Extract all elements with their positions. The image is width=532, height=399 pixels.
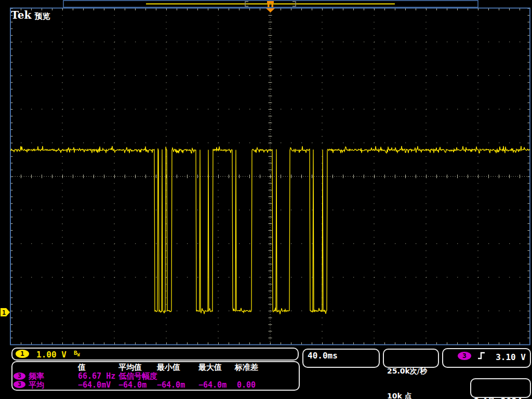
meas-row2-max: −64.0m [198,380,227,390]
meas-row2-label: 平均 [29,380,44,390]
datetime-box: 2 4月 2024 16:25:03 [470,378,531,398]
tek-logo: Tek [11,9,31,21]
mode-label: 预览 [34,11,50,21]
measurements-panel[interactable]: 值 平均值 最小值 最大值 标准差 3 频率 66.67 Hz 低信号幅度 3 … [11,361,300,391]
ch1-badge[interactable]: 1 [16,350,29,358]
waveform-display: 1 [0,0,532,347]
trigger-source-badge[interactable]: 3 [458,352,471,360]
meas-col-min: 最小值 [157,363,180,373]
meas-col-max: 最大值 [198,363,222,373]
ch1-trace [10,146,530,314]
ch1-scale: 1.00 V [36,350,66,360]
record-length: 10k 点 [387,392,427,399]
oscilloscope-screen: { "logo": { "brand": "Tek", "mode": "预览"… [0,0,532,399]
acquisition-readout-box[interactable]: 25.0k次/秒 10k 点 [383,349,439,368]
rising-edge-icon [477,351,486,361]
meas-row2-min: −64.0m [157,380,185,390]
sample-rate: 25.0k次/秒 [387,367,427,375]
meas-row2-mean: −64.0m [118,380,147,390]
trigger-readout-box[interactable]: 3 3.10 V [442,348,531,368]
ch1-ground-marker-label: 1 [2,309,6,316]
ch1-readout-box[interactable]: 1 1.00 V BW [11,348,299,361]
trigger-arrow-icon [266,8,275,12]
bandwidth-limit-icon: BW [74,350,79,357]
meas-row2-source-badge[interactable]: 3 [14,381,25,388]
meas-col-std: 标准差 [235,363,258,373]
timebase-readout-box[interactable]: 40.0ms [302,349,380,368]
meas-row2-value: −64.0mV [78,380,111,390]
meas-row1-value: 66.67 Hz [78,371,115,381]
timebase-scale: 40.0ms [308,351,338,361]
header: Tek预览 [1,0,50,21]
ch1-ground-marker[interactable]: 1 [1,308,10,316]
trigger-level: 3.10 V [496,352,526,362]
meas-row1-source-badge[interactable]: 3 [14,373,25,380]
meas-row2-std: 0.00 [237,380,256,390]
graticule [10,8,530,344]
